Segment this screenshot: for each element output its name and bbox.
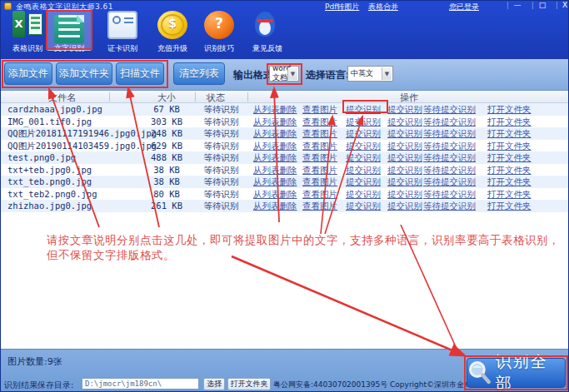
op-remove-from-list[interactable]: 从列表删除: [253, 188, 297, 201]
op-open-folder[interactable]: 打开文件夹: [487, 127, 532, 140]
op-view-image[interactable]: 查看图片: [302, 200, 337, 212]
toolbar-item-text-recognition[interactable]: 文字识别: [47, 11, 91, 52]
op-submit-recognition[interactable]: 提交识别: [346, 127, 381, 140]
op-wait-submit-recognition[interactable]: 等待提交识别: [423, 176, 476, 188]
minimize-button[interactable]: —: [510, 1, 525, 9]
op-remove-from-list[interactable]: 从列表删除: [253, 176, 297, 188]
op-submit-recognition[interactable]: 提交识别: [346, 176, 381, 188]
file-size: 261 KB: [138, 200, 195, 212]
op-view-image[interactable]: 查看图片: [302, 164, 337, 176]
op-submit-recognition[interactable]: 提交识别: [346, 188, 381, 201]
toolbar-item-recognition-tips[interactable]: ? 识别技巧: [197, 11, 241, 52]
file-name: txt_teb.png0.jpg: [7, 176, 92, 188]
id-card-icon: [107, 11, 137, 39]
file-size: 248 KB: [138, 127, 195, 140]
output-format-select[interactable]: word文档 ▼: [269, 66, 299, 82]
op-remove-from-list[interactable]: 从列表删除: [253, 127, 297, 140]
table-merge-link[interactable]: 表格合并: [368, 2, 398, 12]
file-size: 629 KB: [138, 140, 195, 152]
op-remove-from-list[interactable]: 从列表删除: [253, 116, 297, 128]
table-row: cardzhaaa.jpg0.jpg67 KB等待识别从列表删除查看图片提交识别…: [1, 103, 569, 116]
op-view-image[interactable]: 查看图片: [302, 151, 337, 164]
op-submit-recognition-2[interactable]: 提交识别: [387, 127, 422, 140]
toolbar-item-recharge-upgrade[interactable]: $ 充值升级: [151, 11, 194, 52]
op-submit-recognition[interactable]: 提交识别: [346, 164, 381, 176]
table-row: txt_teb2.png0.jpg80 KB等待识别从列表删除查看图片提交识别提…: [1, 188, 569, 201]
op-submit-recognition[interactable]: 提交识别: [346, 200, 381, 212]
op-submit-recognition-2[interactable]: 提交识别: [387, 140, 422, 152]
file-size: 303 KB: [138, 116, 195, 128]
op-remove-from-list[interactable]: 从列表删除: [253, 140, 297, 152]
op-wait-submit-recognition[interactable]: 等待提交识别: [423, 151, 476, 164]
op-wait-submit-recognition[interactable]: 等待提交识别: [423, 188, 476, 201]
op-submit-recognition-2[interactable]: 提交识别: [387, 151, 422, 164]
op-remove-from-list[interactable]: 从列表删除: [253, 151, 297, 164]
header: 金鸣表格文字识别大师3.61 Pdf转图片 表格合并 您已登录 | — | □ …: [1, 1, 569, 59]
op-view-image[interactable]: 查看图片: [302, 176, 337, 188]
maximize-button[interactable]: □: [535, 1, 550, 9]
op-view-image[interactable]: 查看图片: [302, 103, 337, 116]
op-open-folder[interactable]: 打开文件夹: [487, 140, 532, 152]
op-wait-submit-recognition[interactable]: 等待提交识别: [423, 116, 476, 128]
op-open-folder[interactable]: 打开文件夹: [487, 164, 532, 176]
file-status: 等待识别: [195, 116, 247, 128]
op-submit-recognition-2[interactable]: 提交识别: [387, 103, 422, 116]
table-row: QQ图片20190114103459.jpg0.jpg629 KB等待识别从列表…: [1, 140, 569, 152]
toolbar-item-card-recognition[interactable]: 证卡识别: [101, 11, 144, 52]
op-submit-recognition-2[interactable]: 提交识别: [387, 188, 422, 201]
toolbar-item-feedback[interactable]: 意见反馈: [246, 11, 289, 52]
scan-file-button[interactable]: 扫描文件: [116, 62, 164, 85]
annotation-line2: 但不保留文字排版格式。: [47, 248, 175, 263]
op-wait-submit-recognition[interactable]: 等待提交识别: [423, 140, 476, 152]
op-wait-submit-recognition[interactable]: 等待提交识别: [423, 103, 476, 116]
op-view-image[interactable]: 查看图片: [302, 140, 337, 152]
file-name: IMG_001.tif0.jpg: [7, 116, 92, 128]
add-folder-button[interactable]: 添加文件夹: [56, 62, 112, 85]
op-view-image[interactable]: 查看图片: [302, 127, 337, 140]
logged-in-link[interactable]: 您已登录: [449, 2, 479, 12]
op-submit-recognition[interactable]: 提交识别: [346, 151, 381, 164]
file-status: 等待识别: [195, 140, 247, 152]
pdf-to-image-link[interactable]: Pdf转图片: [325, 2, 359, 12]
file-name: zhizhao.jpg0.jpg: [7, 200, 92, 212]
recognize-all-button[interactable]: 识别全部: [467, 358, 566, 388]
choose-dir-button[interactable]: 选择: [203, 378, 225, 390]
coin-icon: $: [157, 11, 187, 39]
op-submit-recognition-2[interactable]: 提交识别: [387, 176, 422, 188]
op-view-image[interactable]: 查看图片: [302, 116, 337, 128]
file-name: txt+teb.jpg0.jpg: [7, 164, 92, 176]
op-submit-recognition-2[interactable]: 提交识别: [387, 116, 422, 128]
op-wait-submit-recognition[interactable]: 等待提交识别: [423, 200, 476, 212]
excel-icon: X: [12, 11, 42, 39]
op-open-folder[interactable]: 打开文件夹: [487, 103, 532, 116]
col-header-operation: 操作: [400, 92, 418, 104]
file-status: 等待识别: [195, 200, 247, 212]
op-submit-recognition-2[interactable]: 提交识别: [387, 164, 422, 176]
question-icon: ?: [204, 11, 234, 39]
op-submit-recognition[interactable]: 提交识别: [346, 140, 381, 152]
op-submit-recognition-2[interactable]: 提交识别: [387, 200, 422, 212]
action-bar: 添加文件 添加文件夹 扫描文件 清空列表 输出格式 word文档 ▼ 选择语言:…: [1, 59, 569, 91]
op-open-folder[interactable]: 打开文件夹: [487, 116, 532, 128]
close-button[interactable]: X: [557, 1, 569, 9]
op-open-folder[interactable]: 打开文件夹: [487, 188, 532, 201]
language-select[interactable]: 中英文 ▼: [347, 66, 393, 82]
table-header: 文件名 大小 状态 操作: [1, 91, 569, 103]
op-open-folder[interactable]: 打开文件夹: [487, 200, 532, 212]
op-remove-from-list[interactable]: 从列表删除: [253, 164, 297, 176]
open-folder-button[interactable]: 打开文件夹: [227, 378, 271, 390]
op-open-folder[interactable]: 打开文件夹: [487, 176, 532, 188]
add-file-button[interactable]: 添加文件: [4, 62, 52, 85]
op-submit-recognition[interactable]: 提交识别: [346, 116, 381, 128]
clear-list-button[interactable]: 清空列表: [173, 62, 225, 85]
file-name: QQ图片20181117191946.jpg0.jpg: [7, 127, 157, 140]
op-view-image[interactable]: 查看图片: [302, 188, 337, 201]
op-remove-from-list[interactable]: 从列表删除: [253, 103, 297, 116]
op-open-folder[interactable]: 打开文件夹: [487, 151, 532, 164]
op-wait-submit-recognition[interactable]: 等待提交识别: [423, 164, 476, 176]
op-wait-submit-recognition[interactable]: 等待提交识别: [423, 127, 476, 140]
save-dir-input[interactable]: D:\jmocr\jm189cn\: [82, 378, 199, 390]
op-remove-from-list[interactable]: 从列表删除: [253, 200, 297, 212]
op-submit-recognition[interactable]: 提交识别: [346, 103, 381, 116]
file-table: 文件名 大小 状态 操作 cardzhaaa.jpg0.jpg67 KB等待识别…: [1, 91, 569, 349]
